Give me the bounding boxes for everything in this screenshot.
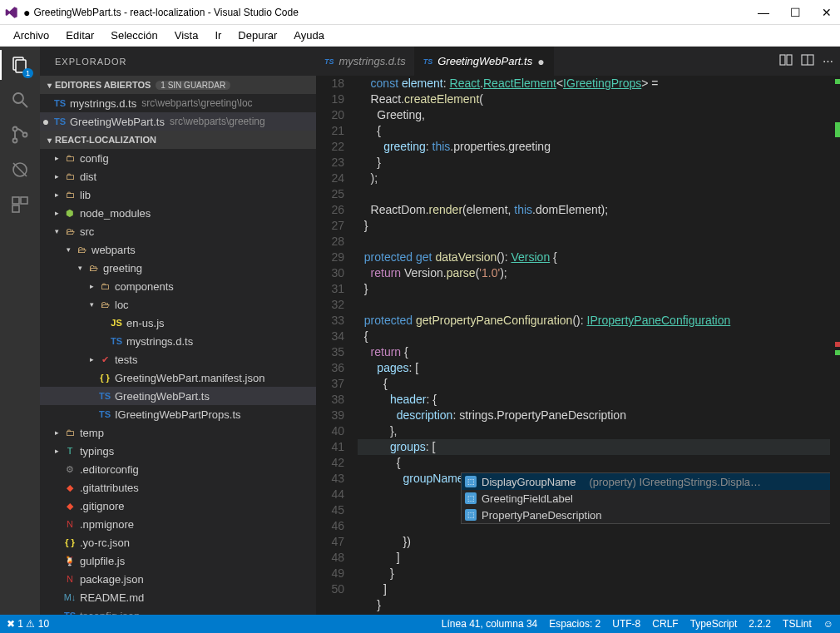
tree-item[interactable]: M↓README.md [40, 588, 316, 606]
status-eol[interactable]: CRLF [652, 618, 678, 630]
explorer-icon[interactable]: 1 [8, 53, 32, 77]
menu-seleccion[interactable]: Selección [104, 27, 164, 43]
tab-mystrings[interactable]: TS mystrings.d.ts [316, 47, 415, 76]
svg-point-6 [23, 133, 27, 137]
svg-line-3 [22, 102, 27, 107]
tree-item[interactable]: N.npmignore [40, 515, 316, 533]
tree-item[interactable]: TStsconfig.json [40, 606, 316, 615]
tree-item[interactable]: 🍹gulpfile.js [40, 551, 316, 570]
tree-item[interactable]: ▸🗀config [40, 149, 316, 167]
status-lint[interactable]: TSLint [783, 618, 812, 630]
project-label: REACT-LOCALIZATION [55, 135, 156, 145]
intellisense-item[interactable]: ⬚DisplayGroupName(property) IGreetingStr… [462, 473, 840, 490]
open-editors-tree: TSmystrings.d.tssrc\webparts\greeting\lo… [40, 94, 316, 131]
svg-point-2 [13, 93, 23, 103]
open-editor-item[interactable]: ●TSGreetingWebPart.tssrc\webparts\greeti… [40, 112, 316, 131]
status-smiley-icon[interactable]: ☺ [823, 618, 833, 630]
chevron-down-icon: ▾ [43, 81, 55, 90]
status-lang[interactable]: TypeScript [690, 618, 738, 630]
dirty-dot-icon: ● [537, 55, 544, 68]
tree-item[interactable]: ▸🗀temp [40, 423, 316, 442]
menubar: Archivo Editar Selección Vista Ir Depura… [0, 25, 840, 47]
menu-ir[interactable]: Ir [208, 27, 228, 43]
project-header[interactable]: ▾ REACT-LOCALIZATION [40, 131, 316, 149]
tree-item[interactable]: ▸Ttypings [40, 442, 316, 460]
tree-item[interactable]: ▾🗁src [40, 222, 316, 240]
unsaved-badge: 1 SIN GUARDAR [156, 81, 230, 90]
svg-point-5 [13, 139, 17, 143]
status-spaces[interactable]: Espacios: 2 [549, 618, 600, 630]
tree-item[interactable]: { }.yo-rc.json [40, 533, 316, 551]
dirty-indicator: ● [23, 6, 30, 19]
tree-item[interactable]: ⚙.editorconfig [40, 460, 316, 478]
status-cursor[interactable]: Línea 41, columna 34 [442, 618, 537, 630]
status-version[interactable]: 2.2.2 [749, 618, 771, 630]
svg-rect-10 [21, 197, 27, 204]
sidebar-title: EXPLORADOR [40, 47, 316, 76]
titlebar: ● GreetingWebPart.ts - react-localizatio… [0, 0, 840, 25]
scm-icon[interactable] [8, 123, 32, 146]
intellisense-item[interactable]: ⬚PropertyPaneDescription [462, 507, 840, 523]
tree-item[interactable]: ▾🗁greeting [40, 259, 316, 277]
window-title: GreetingWebPart.ts - react-localization … [33, 7, 755, 18]
split-editor-icon[interactable] [801, 53, 814, 69]
more-icon[interactable]: ⋯ [823, 55, 833, 67]
status-errors[interactable]: ✖ 1 ⚠ 10 [7, 618, 49, 630]
tree-item[interactable]: ▾🗁loc [40, 295, 316, 314]
tree-item[interactable]: { }GreetingWebPart.manifest.json [40, 368, 316, 387]
tab-label: GreetingWebPart.ts [437, 55, 532, 67]
search-icon[interactable] [8, 88, 32, 111]
svg-point-4 [13, 127, 17, 131]
extensions-icon[interactable] [8, 193, 32, 216]
svg-rect-12 [780, 55, 785, 65]
menu-editar[interactable]: Editar [59, 27, 101, 43]
code-content[interactable]: const element: React.ReactElement<IGreet… [358, 76, 840, 615]
svg-rect-13 [787, 55, 792, 65]
tree-item[interactable]: ▸⬢node_modules [40, 204, 316, 222]
ts-icon: TS [423, 57, 433, 66]
gutter: 1819202122232425262728293031323334353637… [316, 76, 358, 615]
editor-body[interactable]: 1819202122232425262728293031323334353637… [316, 76, 840, 615]
open-editors-header[interactable]: ▾ EDITORES ABIERTOS 1 SIN GUARDAR [40, 76, 316, 94]
tree-item[interactable]: ▾🗁webparts [40, 240, 316, 259]
open-editors-label: EDITORES ABIERTOS [55, 80, 151, 90]
maximize-button[interactable]: ☐ [787, 6, 803, 19]
tree-item[interactable]: Npackage.json [40, 570, 316, 588]
chevron-down-icon: ▾ [43, 136, 55, 145]
tree-item[interactable]: TSGreetingWebPart.ts [40, 387, 316, 405]
tree-item[interactable]: TSmystrings.d.ts [40, 332, 316, 350]
project-tree: ▸🗀config▸🗀dist▸🗀lib▸⬢node_modules▾🗁src▾🗁… [40, 149, 316, 615]
status-encoding[interactable]: UTF-8 [612, 618, 640, 630]
tree-item[interactable]: ▸🗀lib [40, 185, 316, 204]
open-editor-item[interactable]: TSmystrings.d.tssrc\webparts\greeting\lo… [40, 94, 316, 112]
statusbar: ✖ 1 ⚠ 10 Línea 41, columna 34 Espacios: … [0, 615, 840, 633]
tree-item[interactable]: ▸🗀components [40, 277, 316, 295]
vs-logo-icon [5, 6, 18, 19]
tree-item[interactable]: JSen-us.js [40, 314, 316, 332]
svg-rect-11 [12, 205, 19, 212]
intellisense-popup[interactable]: ⬚DisplayGroupName(property) IGreetingStr… [461, 472, 840, 524]
tree-item[interactable]: ◆.gitattributes [40, 478, 316, 497]
minimize-button[interactable]: — [755, 6, 772, 19]
editor-tabs: TS mystrings.d.ts TS GreetingWebPart.ts … [316, 47, 840, 76]
close-button[interactable]: ✕ [818, 6, 835, 19]
intellisense-item[interactable]: ⬚GreetingFieldLabel [462, 490, 840, 507]
tab-greetingwebpart[interactable]: TS GreetingWebPart.ts ● [415, 47, 554, 76]
tab-label: mystrings.d.ts [339, 55, 406, 67]
menu-ayuda[interactable]: Ayuda [287, 27, 331, 43]
tree-item[interactable]: TSIGreetingWebPartProps.ts [40, 405, 316, 423]
menu-archivo[interactable]: Archivo [7, 27, 56, 43]
minimap[interactable] [830, 76, 840, 615]
activitybar: 1 [0, 47, 40, 615]
split-diff-icon[interactable] [779, 53, 793, 69]
editor-area: TS mystrings.d.ts TS GreetingWebPart.ts … [316, 47, 840, 615]
tree-item[interactable]: ▸🗀dist [40, 167, 316, 185]
tree-item[interactable]: ◆.gitignore [40, 497, 316, 515]
menu-depurar[interactable]: Depurar [231, 27, 284, 43]
debug-icon[interactable] [8, 158, 32, 181]
svg-rect-9 [12, 197, 19, 204]
sidebar: EXPLORADOR ▾ EDITORES ABIERTOS 1 SIN GUA… [40, 47, 316, 615]
tree-item[interactable]: ▸✔tests [40, 350, 316, 368]
ts-icon: TS [324, 57, 334, 66]
menu-vista[interactable]: Vista [168, 27, 205, 43]
